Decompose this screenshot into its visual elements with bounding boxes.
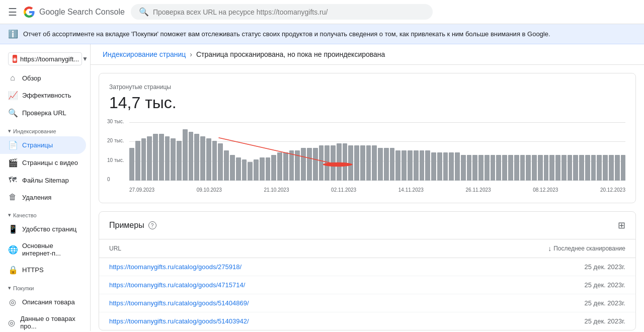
menu-icon[interactable]: ☰ xyxy=(8,6,17,18)
date-cell: 25 дек. 2023г. xyxy=(585,299,626,307)
bar xyxy=(266,157,271,181)
sidebar-item-https[interactable]: 🔒 HTTPS xyxy=(0,261,86,279)
help-icon[interactable]: ? xyxy=(148,221,156,229)
bar xyxy=(271,155,276,181)
property-icon: ◉ xyxy=(13,55,17,63)
sidebar-item-overview[interactable]: ⌂ Обзор xyxy=(0,69,86,87)
search-icon: 🔍 xyxy=(139,7,149,17)
sidebar-item-url-check[interactable]: 🔍 Проверка URL xyxy=(0,104,86,122)
sidebar-item-pages[interactable]: 📄 Страницы xyxy=(0,136,86,154)
sort-icon: ↓ xyxy=(548,244,551,253)
property-selector[interactable]: ◉ https://toomanygift... ▼ xyxy=(8,52,82,65)
bar xyxy=(390,148,395,181)
bar xyxy=(129,148,134,181)
bar xyxy=(242,159,247,181)
sidebar-item-label: Удаления xyxy=(22,194,51,201)
topbar: ☰ Google Search Console 🔍 xyxy=(0,0,644,24)
search-bar[interactable]: 🔍 xyxy=(131,4,433,20)
bar xyxy=(401,150,407,181)
table-row[interactable]: https://toomanygifts.ru/catalog/goods/51… xyxy=(99,312,635,330)
product-icon: ◎ xyxy=(8,297,17,307)
bar xyxy=(532,155,537,181)
examples-title: Примеры ? xyxy=(109,221,156,230)
bar xyxy=(544,155,549,181)
bar xyxy=(467,155,472,181)
property-label: https://toomanygift... xyxy=(20,55,79,63)
app-logo: Google Search Console xyxy=(23,6,125,18)
x-label: 21.10.2023 xyxy=(264,187,289,193)
bars-area xyxy=(129,122,625,181)
chart-section: Затронутые страницы 14,7 тыс. 30 тыс. 20… xyxy=(99,73,636,203)
url-cell[interactable]: https://toomanygifts.ru/catalog/goods/47… xyxy=(109,281,245,289)
bar xyxy=(212,141,217,181)
bar xyxy=(573,155,578,181)
bar xyxy=(520,155,525,181)
sidebar-item-label: Обзор xyxy=(22,74,41,82)
bar xyxy=(366,145,371,181)
sidebar-item-product-descriptions[interactable]: ◎ Описания товара xyxy=(0,293,86,311)
y-label-20k: 20 тыс. xyxy=(107,138,124,143)
bar xyxy=(372,145,377,181)
bar xyxy=(425,150,430,181)
sidebar-item-sitemap[interactable]: 🗺 Файлы Sitemap xyxy=(0,172,86,189)
bar xyxy=(491,155,496,181)
x-label: 26.11.2023 xyxy=(466,187,491,193)
bar xyxy=(437,152,442,181)
bar xyxy=(218,143,223,181)
sidebar-item-label: Страницы xyxy=(22,141,53,149)
sidebar-item-product-data[interactable]: ◎ Данные о товарах про... xyxy=(0,311,86,331)
table-row[interactable]: https://toomanygifts.ru/catalog/goods/51… xyxy=(99,294,635,312)
bar xyxy=(568,155,573,181)
bar xyxy=(472,155,477,181)
breadcrumb: Индексирование страниц › Страница проска… xyxy=(91,44,644,65)
sidebar-item-label: Проверка URL xyxy=(22,109,66,117)
url-cell[interactable]: https://toomanygifts.ru/catalog/goods/51… xyxy=(109,317,249,325)
info-banner: ℹ️ Отчет об ассортименте на вкладке 'Пок… xyxy=(0,24,644,44)
url-cell[interactable]: https://toomanygifts.ru/catalog/goods/27… xyxy=(109,263,242,271)
sidebar-item-video-pages[interactable]: 🎬 Страницы с видео xyxy=(0,154,86,172)
breadcrumb-current: Страница просканирована, но пока не прои… xyxy=(196,50,385,58)
sidebar-item-removals[interactable]: 🗑 Удаления xyxy=(0,189,86,206)
bar xyxy=(224,150,229,181)
bar xyxy=(609,155,614,181)
table-row[interactable]: https://toomanygifts.ru/catalog/goods/27… xyxy=(99,258,635,276)
sidebar-item-label: Удобство страниц xyxy=(22,225,76,233)
sidebar-item-label: Описания товара xyxy=(22,298,75,306)
sidebar-item-page-usability[interactable]: 📱 Удобство страниц xyxy=(0,220,86,238)
bar xyxy=(254,159,259,181)
bar xyxy=(449,152,454,181)
breadcrumb-parent[interactable]: Индексирование страниц xyxy=(103,50,186,58)
bar xyxy=(585,155,590,181)
bar xyxy=(408,150,413,181)
bar xyxy=(384,148,389,181)
bar xyxy=(461,155,466,181)
chevron-down-icon: ▾ xyxy=(8,285,11,291)
sidebar-item-effectiveness[interactable]: 📈 Эффективность xyxy=(0,87,86,104)
remove-icon: 🗑 xyxy=(8,193,17,202)
y-label-0: 0 xyxy=(107,177,110,182)
bar xyxy=(348,145,353,181)
bar xyxy=(526,155,531,181)
bar xyxy=(502,155,507,181)
table-row[interactable]: https://toomanygifts.ru/catalog/goods/47… xyxy=(99,276,635,294)
bar xyxy=(591,155,596,181)
bar xyxy=(248,162,253,181)
banner-text: Отчет об ассортименте на вкладке 'Покупк… xyxy=(23,30,550,38)
sidebar-item-core-web-vitals[interactable]: 🌐 Основные интернет-п... xyxy=(0,238,86,261)
filter-icon[interactable]: ⊞ xyxy=(618,220,625,231)
bar xyxy=(301,148,306,181)
bar xyxy=(313,148,318,181)
bar xyxy=(200,136,205,181)
examples-table-header: URL ↓ Последнее сканирование xyxy=(99,239,635,258)
search-input[interactable] xyxy=(153,8,425,16)
x-label: 14.11.2023 xyxy=(398,187,424,193)
chart-icon: 📈 xyxy=(8,91,17,100)
url-cell[interactable]: https://toomanygifts.ru/catalog/goods/51… xyxy=(109,299,249,307)
bar xyxy=(561,155,567,181)
sidebar-item-label: Основные интернет-п... xyxy=(22,242,78,257)
bar xyxy=(171,138,176,181)
bar xyxy=(206,138,211,181)
bar xyxy=(555,155,560,181)
bar xyxy=(485,155,490,181)
bar xyxy=(277,152,282,181)
